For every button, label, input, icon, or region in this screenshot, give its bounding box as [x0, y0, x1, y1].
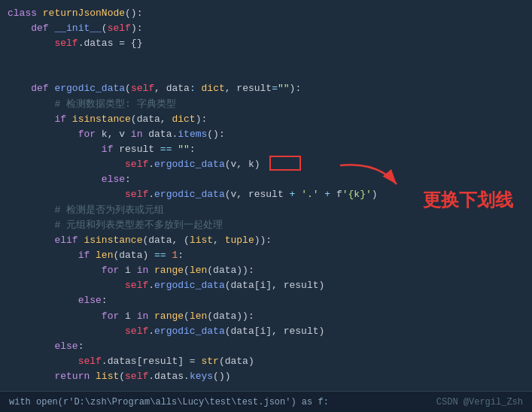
code-line-20: else:	[0, 293, 532, 308]
code-line-11: self.ergodic_data(v, k)	[0, 157, 532, 172]
code-line-8: if isinstance(data, dict):	[0, 112, 532, 127]
code-line-1: class returnJsonNode():	[0, 6, 532, 21]
code-line-10: if result == "":	[0, 142, 532, 157]
bottom-code-text: with open(r'D:\zsh\Program\alls\Lucy\tes…	[9, 397, 329, 407]
code-line-4	[0, 51, 532, 66]
code-line-7: # 检测数据类型: 字典类型	[0, 97, 532, 112]
annotation-text: 更换下划线	[423, 188, 513, 212]
annotation-arrow	[333, 158, 408, 195]
code-line-15: # 元组和列表类型差不多放到一起处理	[0, 218, 532, 233]
red-box-annotation	[269, 156, 301, 171]
code-line-21: for i in range(len(data)):	[0, 309, 532, 324]
bottom-bar: with open(r'D:\zsh\Program\alls\Lucy\tes…	[0, 391, 532, 412]
code-line-5	[0, 66, 532, 81]
code-line-2: def __init__(self):	[0, 21, 532, 36]
code-line-25: return list(self.datas.keys())	[0, 369, 532, 384]
watermark-text: CSDN @Vergil_Zsh	[436, 397, 523, 407]
code-line-19: self.ergodic_data(data[i], result)	[0, 278, 532, 293]
code-line-24: self.datas[result] = str(data)	[0, 354, 532, 369]
code-line-17: if len(data) == 1:	[0, 248, 532, 263]
code-line-9: for k, v in data.items():	[0, 127, 532, 142]
code-line-22: self.ergodic_data(data[i], result)	[0, 324, 532, 339]
code-line-18: for i in range(len(data)):	[0, 263, 532, 278]
code-line-6: def ergodic_data(self, data: dict, resul…	[0, 81, 532, 96]
code-line-12: else:	[0, 172, 532, 187]
code-line-23: else:	[0, 339, 532, 354]
code-line-3: self.datas = {}	[0, 36, 532, 51]
code-line-16: elif isinstance(data, (list, tuple)):	[0, 233, 532, 248]
